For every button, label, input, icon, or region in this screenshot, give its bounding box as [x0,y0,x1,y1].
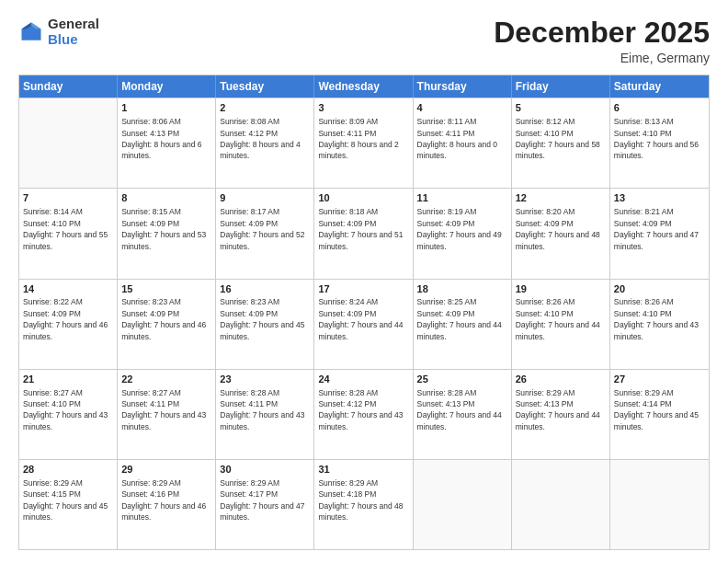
day-number: 29 [121,463,211,477]
logo-icon [18,19,44,45]
cell-info: Sunrise: 8:29 AMSunset: 4:17 PMDaylight:… [220,478,304,522]
calendar-row-2: 14Sunrise: 8:22 AMSunset: 4:09 PMDayligh… [19,279,709,369]
calendar-row-3: 21Sunrise: 8:27 AMSunset: 4:10 PMDayligh… [19,369,709,459]
calendar: SundayMondayTuesdayWednesdayThursdayFrid… [18,75,710,550]
day-number: 2 [220,101,310,115]
day-number: 4 [417,101,507,115]
cal-cell-27: 27Sunrise: 8:29 AMSunset: 4:14 PMDayligh… [610,370,709,459]
cal-cell-22: 22Sunrise: 8:27 AMSunset: 4:11 PMDayligh… [118,370,216,459]
cell-info: Sunrise: 8:11 AMSunset: 4:11 PMDaylight:… [417,117,497,160]
cell-info: Sunrise: 8:20 AMSunset: 4:09 PMDaylight:… [516,207,600,250]
cell-info: Sunrise: 8:09 AMSunset: 4:11 PMDaylight:… [318,117,398,160]
cell-info: Sunrise: 8:14 AMSunset: 4:10 PMDaylight:… [23,207,108,250]
title-area: December 2025 Eime, Germany [494,17,710,65]
header-day-wednesday: Wednesday [314,75,413,98]
cal-cell-6: 6Sunrise: 8:13 AMSunset: 4:10 PMDaylight… [610,98,709,188]
cal-cell-16: 16Sunrise: 8:23 AMSunset: 4:09 PMDayligh… [216,280,314,369]
day-number: 13 [614,191,705,205]
day-number: 14 [23,282,113,296]
cal-cell-empty [610,460,709,549]
cal-cell-1: 1Sunrise: 8:06 AMSunset: 4:13 PMDaylight… [118,98,216,188]
header-day-saturday: Saturday [610,75,709,98]
cal-cell-empty [414,460,512,549]
cal-cell-26: 26Sunrise: 8:29 AMSunset: 4:13 PMDayligh… [512,370,610,459]
cal-cell-19: 19Sunrise: 8:26 AMSunset: 4:10 PMDayligh… [512,280,610,369]
logo-blue: Blue [48,32,99,48]
day-number: 1 [121,101,211,115]
day-number: 11 [417,191,507,205]
cal-cell-25: 25Sunrise: 8:28 AMSunset: 4:13 PMDayligh… [414,370,512,459]
day-number: 8 [121,191,211,205]
cell-info: Sunrise: 8:15 AMSunset: 4:09 PMDaylight:… [121,207,206,250]
day-number: 21 [23,373,113,386]
logo: General Blue [18,17,99,47]
cal-cell-5: 5Sunrise: 8:12 AMSunset: 4:10 PMDaylight… [512,98,610,188]
day-number: 27 [614,373,705,386]
cal-cell-20: 20Sunrise: 8:26 AMSunset: 4:10 PMDayligh… [610,280,709,369]
cell-info: Sunrise: 8:22 AMSunset: 4:09 PMDaylight:… [23,297,108,340]
day-number: 22 [121,373,211,386]
cell-info: Sunrise: 8:27 AMSunset: 4:10 PMDaylight:… [23,388,108,431]
cell-info: Sunrise: 8:12 AMSunset: 4:10 PMDaylight:… [516,117,600,160]
calendar-row-4: 28Sunrise: 8:29 AMSunset: 4:15 PMDayligh… [19,459,709,549]
cell-info: Sunrise: 8:19 AMSunset: 4:09 PMDaylight:… [417,207,502,250]
page: General Blue December 2025 Eime, Germany… [0,0,728,563]
day-number: 20 [614,282,705,296]
logo-general: General [48,17,99,32]
cal-cell-9: 9Sunrise: 8:17 AMSunset: 4:09 PMDaylight… [216,189,314,278]
cal-cell-11: 11Sunrise: 8:19 AMSunset: 4:09 PMDayligh… [414,189,512,278]
header-day-sunday: Sunday [19,75,118,98]
cal-cell-13: 13Sunrise: 8:21 AMSunset: 4:09 PMDayligh… [610,189,709,278]
cal-cell-14: 14Sunrise: 8:22 AMSunset: 4:09 PMDayligh… [19,280,118,369]
cell-info: Sunrise: 8:24 AMSunset: 4:09 PMDaylight:… [318,297,403,340]
cal-cell-18: 18Sunrise: 8:25 AMSunset: 4:09 PMDayligh… [414,280,512,369]
day-number: 7 [23,191,113,205]
cell-info: Sunrise: 8:26 AMSunset: 4:10 PMDaylight:… [614,297,699,340]
day-number: 31 [318,463,408,477]
cal-cell-15: 15Sunrise: 8:23 AMSunset: 4:09 PMDayligh… [118,280,216,369]
day-number: 23 [220,373,310,386]
cal-cell-12: 12Sunrise: 8:20 AMSunset: 4:09 PMDayligh… [512,189,610,278]
cell-info: Sunrise: 8:28 AMSunset: 4:11 PMDaylight:… [220,388,304,431]
cell-info: Sunrise: 8:06 AMSunset: 4:13 PMDaylight:… [121,117,201,160]
day-number: 25 [417,373,507,386]
logo-text: General Blue [48,17,99,47]
cell-info: Sunrise: 8:27 AMSunset: 4:11 PMDaylight:… [121,388,206,431]
cell-info: Sunrise: 8:23 AMSunset: 4:09 PMDaylight:… [121,297,206,340]
cell-info: Sunrise: 8:29 AMSunset: 4:13 PMDaylight:… [516,388,600,431]
day-number: 18 [417,282,507,296]
cal-cell-28: 28Sunrise: 8:29 AMSunset: 4:15 PMDayligh… [19,460,118,549]
header-day-tuesday: Tuesday [216,75,314,98]
day-number: 26 [516,373,606,386]
cal-cell-10: 10Sunrise: 8:18 AMSunset: 4:09 PMDayligh… [314,189,413,278]
cal-cell-empty [512,460,610,549]
day-number: 30 [220,463,310,477]
cell-info: Sunrise: 8:26 AMSunset: 4:10 PMDaylight:… [516,297,600,340]
cal-cell-30: 30Sunrise: 8:29 AMSunset: 4:17 PMDayligh… [216,460,314,549]
cell-info: Sunrise: 8:17 AMSunset: 4:09 PMDaylight:… [220,207,304,250]
cal-cell-2: 2Sunrise: 8:08 AMSunset: 4:12 PMDaylight… [216,98,314,188]
cal-cell-4: 4Sunrise: 8:11 AMSunset: 4:11 PMDaylight… [414,98,512,188]
cal-cell-31: 31Sunrise: 8:29 AMSunset: 4:18 PMDayligh… [314,460,413,549]
day-number: 9 [220,191,310,205]
calendar-row-1: 7Sunrise: 8:14 AMSunset: 4:10 PMDaylight… [19,188,709,278]
cell-info: Sunrise: 8:29 AMSunset: 4:16 PMDaylight:… [121,478,206,522]
day-number: 12 [516,191,606,205]
cell-info: Sunrise: 8:21 AMSunset: 4:09 PMDaylight:… [614,207,699,250]
cell-info: Sunrise: 8:23 AMSunset: 4:09 PMDaylight:… [220,297,304,340]
day-number: 19 [516,282,606,296]
cal-cell-29: 29Sunrise: 8:29 AMSunset: 4:16 PMDayligh… [118,460,216,549]
cell-info: Sunrise: 8:18 AMSunset: 4:09 PMDaylight:… [318,207,403,250]
day-number: 28 [23,463,113,477]
cal-cell-7: 7Sunrise: 8:14 AMSunset: 4:10 PMDaylight… [19,189,118,278]
cell-info: Sunrise: 8:28 AMSunset: 4:13 PMDaylight:… [417,388,502,431]
cal-cell-23: 23Sunrise: 8:28 AMSunset: 4:11 PMDayligh… [216,370,314,459]
cell-info: Sunrise: 8:25 AMSunset: 4:09 PMDaylight:… [417,297,502,340]
cal-cell-empty [19,98,118,188]
header-day-thursday: Thursday [414,75,512,98]
cal-cell-3: 3Sunrise: 8:09 AMSunset: 4:11 PMDaylight… [314,98,413,188]
day-number: 15 [121,282,211,296]
day-number: 6 [614,101,705,115]
cell-info: Sunrise: 8:29 AMSunset: 4:15 PMDaylight:… [23,478,108,522]
day-number: 17 [318,282,408,296]
